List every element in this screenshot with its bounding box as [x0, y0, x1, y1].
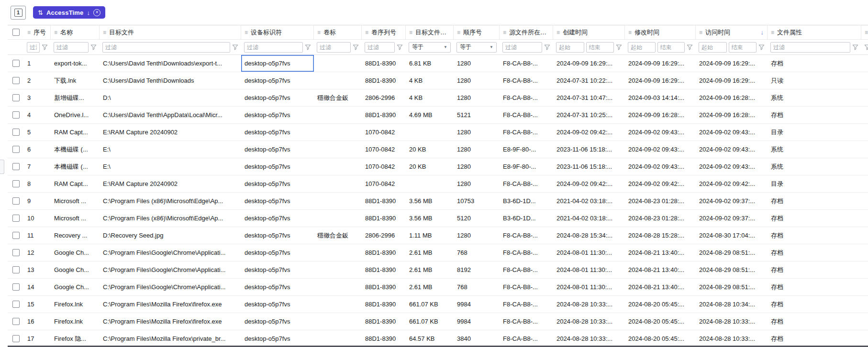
- column-header-partial[interactable]: ≡: [861, 25, 868, 39]
- row-checkbox[interactable]: [12, 77, 20, 84]
- row-checkbox[interactable]: [12, 94, 20, 101]
- filter-funnel-icon[interactable]: [353, 44, 359, 50]
- row-checkbox[interactable]: [12, 129, 20, 136]
- column-menu-icon[interactable]: ≡: [365, 29, 368, 36]
- row-checkbox[interactable]: [12, 215, 20, 222]
- cell-order[interactable]: 1280: [454, 158, 500, 175]
- cell-created[interactable]: 2024-09-09 16:29:...: [553, 55, 625, 72]
- cell-size[interactable]: 3.56 MB: [406, 193, 454, 209]
- cell-target[interactable]: C:\Program Files (x86)\Microsoft\Edge\Ap…: [100, 193, 241, 209]
- column-header-vol_label[interactable]: ≡卷标: [314, 25, 362, 39]
- filter-funnel-icon[interactable]: [687, 44, 693, 50]
- cell-size[interactable]: 2.61 MB: [406, 261, 454, 278]
- cell-attr[interactable]: 目录: [768, 175, 861, 192]
- cell-target[interactable]: E:\: [100, 158, 241, 175]
- cell-accessed[interactable]: 2024-08-28 10:33:...: [696, 330, 768, 347]
- filter-start-created[interactable]: [556, 42, 584, 53]
- cell-created[interactable]: 2024-08-01 11:30:...: [553, 244, 625, 261]
- cell-vol_label[interactable]: [314, 330, 362, 347]
- cell-vol_serial[interactable]: 88D1-8390: [362, 313, 406, 330]
- cell-modified[interactable]: 2024-08-23 01:28:...: [625, 193, 696, 209]
- cell-name[interactable]: Microsoft ...: [51, 210, 100, 227]
- cell-order[interactable]: 1280: [454, 175, 500, 192]
- cell-vol_label[interactable]: 穩徹合金鈑: [314, 89, 362, 106]
- cell-target[interactable]: C:\Users\David Tenth\AppData\Local\Micr.…: [100, 107, 241, 123]
- cell-target[interactable]: E:\: [100, 141, 241, 158]
- cell-target[interactable]: E:\RAM Capture 20240902: [100, 124, 241, 141]
- column-header-accessed[interactable]: ≡访问时间↓: [696, 25, 768, 39]
- filter-funnel-icon[interactable]: [864, 44, 868, 50]
- select-all-checkbox[interactable]: [12, 29, 20, 36]
- cell-size[interactable]: 661.07 KB: [406, 296, 454, 313]
- sort-chip[interactable]: ⇅ AccessTime ↓ ×: [33, 6, 105, 19]
- cell-modified[interactable]: 2024-08-20 05:45:...: [625, 313, 696, 330]
- cell-modified[interactable]: 2024-08-21 13:40:...: [625, 261, 696, 278]
- cell-name[interactable]: Google Ch...: [51, 279, 100, 295]
- filter-input-seq[interactable]: [27, 42, 40, 53]
- cell-accessed[interactable]: 2024-09-02 09:37:...: [696, 193, 768, 209]
- cell-attr[interactable]: 存档: [768, 330, 861, 347]
- filter-compare-order[interactable]: 等于▼: [456, 42, 497, 53]
- cell-source[interactable]: F8-CA-B8-...: [500, 175, 553, 192]
- row-checkbox[interactable]: [12, 60, 20, 67]
- cell-accessed[interactable]: 2024-09-02 09:43:...: [696, 141, 768, 158]
- filter-end-created[interactable]: [586, 42, 614, 53]
- cell-seq[interactable]: 3: [24, 89, 51, 106]
- cell-target[interactable]: C:\Program Files\Google\Chrome\Applicati…: [100, 279, 241, 295]
- cell-accessed[interactable]: 2024-09-02 09:43:...: [696, 124, 768, 141]
- panel-edge-handle[interactable]: [0, 160, 4, 174]
- filter-funnel-icon[interactable]: [305, 44, 311, 50]
- cell-device[interactable]: desktop-o5p7fvs: [241, 296, 314, 313]
- cell-accessed[interactable]: 2024-08-29 08:51:...: [696, 261, 768, 278]
- cell-size[interactable]: 1.11 MB: [406, 227, 454, 244]
- cell-device[interactable]: desktop-o5p7fvs: [241, 227, 314, 244]
- cell-modified[interactable]: 2024-08-20 05:45:...: [625, 296, 696, 313]
- cell-name[interactable]: Firefox.lnk: [51, 296, 100, 313]
- column-header-target[interactable]: ≡目标文件: [100, 25, 241, 39]
- cell-vol_label[interactable]: [314, 313, 362, 330]
- column-menu-icon[interactable]: ≡: [103, 29, 106, 36]
- column-header-attr[interactable]: ≡文件属性: [768, 25, 861, 39]
- cell-order[interactable]: 768: [454, 244, 500, 261]
- cell-vol_label[interactable]: [314, 296, 362, 313]
- cell-seq[interactable]: 7: [24, 158, 51, 175]
- cell-device[interactable]: desktop-o5p7fvs: [241, 244, 314, 261]
- cell-source[interactable]: F8-CA-B8-...: [500, 227, 553, 244]
- cell-attr[interactable]: 存档: [768, 193, 861, 209]
- cell-vol_label[interactable]: [314, 279, 362, 295]
- row-checkbox[interactable]: [12, 301, 20, 308]
- cell-target[interactable]: C:\Program Files\Mozilla Firefox\firefox…: [100, 313, 241, 330]
- cell-order[interactable]: 1280: [454, 89, 500, 106]
- cell-vol_label[interactable]: [314, 55, 362, 72]
- cell-accessed[interactable]: 2024-09-09 16:28:...: [696, 89, 768, 106]
- cell-target[interactable]: C:\Program Files\Google\Chrome\Applicati…: [100, 244, 241, 261]
- cell-device[interactable]: desktop-o5p7fvs: [241, 330, 314, 347]
- cell-vol_serial[interactable]: 88D1-8390: [362, 330, 406, 347]
- cell-vol_label[interactable]: [314, 72, 362, 89]
- cell-accessed[interactable]: 2024-08-28 10:33:...: [696, 313, 768, 330]
- cell-vol_serial[interactable]: 1070-0842: [362, 175, 406, 192]
- filter-start-modified[interactable]: [628, 42, 656, 53]
- filter-start-accessed[interactable]: [699, 42, 727, 53]
- cell-vol_serial[interactable]: 2806-2996: [362, 227, 406, 244]
- column-menu-icon[interactable]: ≡: [245, 29, 248, 36]
- cell-order[interactable]: 768: [454, 279, 500, 295]
- filter-funnel-icon[interactable]: [616, 44, 622, 50]
- cell-device[interactable]: desktop-o5p7fvs: [241, 158, 314, 175]
- cell-size[interactable]: 661.07 KB: [406, 313, 454, 330]
- cell-name[interactable]: Microsoft ...: [51, 193, 100, 209]
- cell-seq[interactable]: 9: [24, 193, 51, 209]
- cell-order[interactable]: 10753: [454, 193, 500, 209]
- cell-size[interactable]: 6.81 KB: [406, 55, 454, 72]
- cell-attr[interactable]: 系统: [768, 158, 861, 175]
- cell-device[interactable]: desktop-o5p7fvs: [241, 107, 314, 123]
- cell-vol_serial[interactable]: 88D1-8390: [362, 107, 406, 123]
- cell-accessed[interactable]: 2024-08-28 10:34:...: [696, 296, 768, 313]
- cell-accessed[interactable]: 2024-09-09 16:28:...: [696, 107, 768, 123]
- cell-vol_serial[interactable]: 88D1-8390: [362, 296, 406, 313]
- cell-created[interactable]: 2024-07-31 10:47:...: [553, 89, 625, 106]
- cell-order[interactable]: 9984: [454, 296, 500, 313]
- cell-seq[interactable]: 5: [24, 124, 51, 141]
- row-checkbox[interactable]: [12, 335, 20, 342]
- cell-device[interactable]: desktop-o5p7fvs: [241, 124, 314, 141]
